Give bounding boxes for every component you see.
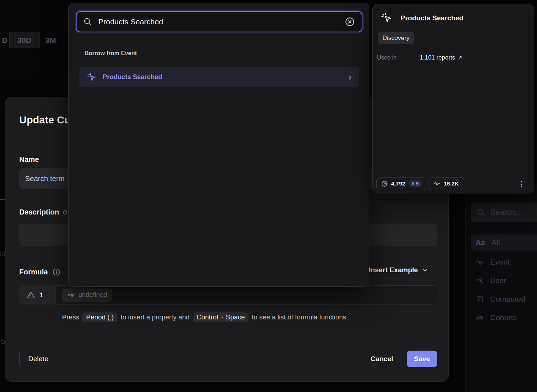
badge-wrap: Discovery: [378, 32, 414, 44]
event-rank-badge: # 9: [409, 180, 422, 187]
user-icon: [476, 277, 484, 285]
sidebar-item-label: User: [490, 276, 506, 285]
formula-help-text: Press Period (.) to insert a property an…: [62, 312, 348, 322]
category-badge: Discovery: [378, 32, 414, 44]
time-segment-partial[interactable]: D: [0, 32, 9, 48]
search-result-products-searched[interactable]: Products Searched ›: [79, 67, 359, 87]
search-icon: [476, 208, 485, 217]
panel-divider: [373, 171, 534, 171]
cancel-label: Cancel: [370, 355, 393, 363]
event-icon: [87, 72, 96, 82]
search-result-label: Products Searched: [103, 73, 162, 81]
chevron-right-icon: ›: [348, 72, 352, 82]
sidebar-item-all[interactable]: Aa All: [471, 234, 537, 250]
help-text: to insert a property and: [120, 313, 189, 321]
cohorts-icon: [476, 314, 484, 322]
time-segment-30d[interactable]: 30D: [9, 32, 39, 48]
axis-number-fragment: 5: [1, 337, 5, 346]
warning-count: 1: [40, 291, 44, 299]
help-text: Press: [62, 313, 79, 321]
event-detail-title: Products Searched: [401, 14, 463, 22]
event-volume-value: 16.2K: [444, 180, 459, 187]
app-root: D 30D 3M lay 5 Search... Aa All Event Us…: [0, 0, 537, 392]
sidebar-item-label: Event: [490, 258, 510, 266]
search-input[interactable]: [98, 17, 339, 26]
formula-token-label: undefined: [78, 291, 107, 299]
sidebar-item-cohorts[interactable]: Cohorts: [471, 310, 537, 326]
time-segment-label: 3M: [45, 36, 56, 45]
kbd-control-space: Control + Space: [193, 312, 249, 322]
property-token-icon: [67, 291, 75, 299]
chevron-down-icon: [422, 267, 428, 273]
formula-warning-counter[interactable]: 1: [19, 285, 56, 305]
pie-chart-icon: [381, 180, 388, 187]
text-type-icon: Aa: [476, 238, 485, 247]
sidebar-search-input[interactable]: Search...: [471, 203, 537, 222]
sidebar-item-label: All: [492, 238, 500, 247]
used-in-label: Used in: [377, 54, 397, 61]
save-button[interactable]: Save: [407, 351, 437, 367]
sidebar-item-user[interactable]: User: [471, 273, 537, 289]
description-label-row: Description O: [19, 208, 67, 216]
event-count-value: 4,792: [391, 180, 405, 187]
borrow-section-label: Borrow from Event: [85, 50, 137, 57]
warning-icon: [26, 291, 35, 299]
more-options-kebab-icon[interactable]: ⋮: [515, 177, 528, 190]
event-icon: [476, 258, 484, 266]
event-detail-panel: Products Searched Discovery Used in 1,10…: [372, 4, 534, 193]
kebab-glyph: ⋮: [517, 182, 525, 186]
arrow-up-right-icon: ↗: [458, 54, 462, 61]
time-segment-3m[interactable]: 3M: [39, 32, 62, 48]
used-in-reports-link[interactable]: 1,101 reports ↗: [420, 54, 462, 61]
insert-example-button[interactable]: Insert Example: [360, 262, 437, 278]
kbd-period: Period (.): [82, 312, 117, 322]
event-count-stat[interactable]: 4,792 # 9: [376, 177, 426, 190]
computed-icon: [476, 295, 484, 303]
search-icon: [83, 17, 93, 26]
description-optional-hint: O: [63, 209, 67, 216]
sidebar-item-label: Computed: [490, 295, 525, 303]
property-type-sidebar: Search... Aa All Event User Computed Coh…: [465, 183, 537, 392]
event-icon-wrap: [381, 12, 392, 24]
formula-label-row: Formula: [19, 268, 61, 276]
delete-label: Delete: [28, 355, 48, 363]
used-in-value: 1,101 reports: [420, 54, 455, 61]
property-search-overlay: Borrow from Event Products Searched ›: [68, 3, 369, 287]
event-volume-stat[interactable]: 16.2K: [429, 177, 463, 190]
info-icon[interactable]: [52, 268, 61, 276]
activity-pulse-icon: [433, 180, 440, 187]
name-label: Name: [19, 155, 39, 164]
sidebar-item-computed[interactable]: Computed: [471, 291, 537, 307]
help-text: to see a list of formula functions.: [252, 313, 348, 321]
formula-token-undefined[interactable]: undefined: [62, 289, 112, 302]
formula-label: Formula: [19, 268, 48, 276]
modal-title: Update Cu: [19, 114, 71, 126]
description-label: Description: [19, 208, 59, 216]
property-search-field[interactable]: [76, 11, 362, 32]
delete-button[interactable]: Delete: [19, 351, 57, 367]
cancel-button[interactable]: Cancel: [363, 351, 401, 367]
event-icon: [381, 12, 392, 24]
insert-example-label: Insert Example: [369, 266, 418, 274]
sidebar-item-label: Cohorts: [490, 313, 517, 322]
save-label: Save: [414, 355, 430, 363]
time-range-selector: D 30D 3M: [0, 32, 62, 48]
sidebar-item-event[interactable]: Event: [471, 254, 537, 270]
time-segment-label: D: [2, 36, 7, 45]
sidebar-search-placeholder: Search...: [490, 208, 522, 217]
clear-search-icon[interactable]: [344, 16, 355, 27]
time-segment-label: 30D: [17, 36, 32, 45]
formula-input[interactable]: undefined: [56, 285, 437, 305]
